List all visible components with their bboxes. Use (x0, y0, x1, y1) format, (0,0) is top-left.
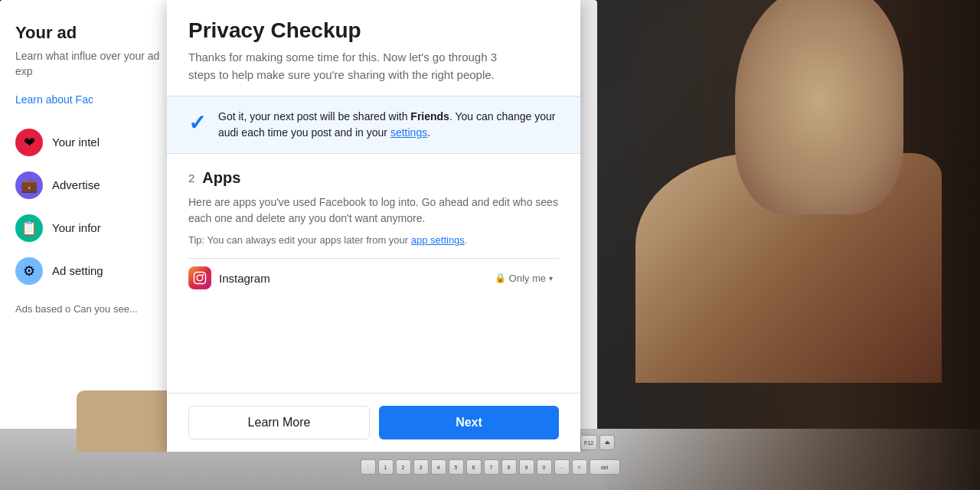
modal-title: Privacy Checkup (188, 18, 559, 43)
key-8: 8 (501, 459, 517, 475)
your-interests-label: Your intel (52, 136, 100, 149)
key-f12: F12 (580, 435, 597, 450)
privacy-checkup-modal: Privacy Checkup Thanks for making some t… (167, 0, 580, 452)
sidebar-item-advertisers[interactable]: 💼 Advertise (0, 164, 176, 207)
instagram-label: Instagram (219, 272, 270, 285)
key-6: 6 (466, 459, 482, 475)
panel-bottom-text: Ads based o Can you see... (0, 292, 176, 326)
svg-point-2 (202, 274, 204, 276)
ad-settings-icon: ⚙ (15, 257, 43, 285)
keyboard-row-2: ` 1 2 3 4 5 6 7 8 9 0 - = del (0, 453, 980, 478)
settings-link[interactable]: settings (390, 126, 427, 139)
key-9: 9 (519, 459, 534, 475)
step2-description: Here are apps you've used Facebook to lo… (188, 194, 559, 227)
step2-title: Apps (202, 169, 240, 187)
modal-subtitle: Thanks for making some time for this. No… (188, 49, 510, 83)
key-4: 4 (431, 459, 446, 475)
key-3: 3 (413, 459, 429, 475)
key-delete: del (590, 459, 620, 475)
sidebar-item-your-interests[interactable]: ❤ Your intel (0, 121, 176, 164)
step2-tip: Tip: You can always edit your apps later… (188, 234, 559, 246)
app-item-instagram: Instagram 🔒 Only me ▾ (188, 258, 559, 297)
advertisers-label: Advertise (52, 178, 100, 191)
lock-icon: 🔒 (495, 273, 506, 283)
step2-header: 2 Apps (188, 169, 559, 187)
key-minus: - (554, 459, 570, 475)
instagram-icon (188, 266, 211, 289)
your-info-icon: 📋 (15, 214, 43, 242)
key-equals: = (572, 459, 587, 475)
modal-header: Privacy Checkup Thanks for making some t… (167, 0, 580, 96)
chevron-down-icon: ▾ (549, 274, 553, 283)
advertisers-icon: 💼 (15, 172, 43, 199)
checkmark-icon: ✓ (188, 110, 206, 136)
learn-more-button[interactable]: Learn More (188, 406, 370, 439)
app-item-left: Instagram (188, 266, 270, 289)
panel-link[interactable]: Learn about Fac (0, 92, 176, 121)
facebook-left-panel: Your ad Learn what influe over your ad e… (0, 0, 176, 452)
key-2: 2 (396, 459, 411, 475)
modal-footer: Learn More Next (167, 393, 580, 452)
step2-number: 2 (188, 172, 194, 185)
app-settings-link[interactable]: app settings (411, 234, 465, 246)
your-interests-icon: ❤ (15, 129, 43, 156)
your-info-label: Your infor (52, 221, 101, 234)
key-0: 0 (537, 459, 552, 475)
key-del: ⏏ (599, 435, 615, 450)
panel-title: Your ad (0, 15, 176, 46)
panel-subtitle: Learn what influe over your ad exp (0, 46, 176, 91)
sidebar-item-your-info[interactable]: 📋 Your infor (0, 207, 176, 250)
svg-rect-0 (194, 273, 206, 284)
laptop-screen: Your ad Learn what influe over your ad e… (0, 0, 597, 452)
svg-point-1 (197, 275, 203, 281)
step1-completed: ✓ Got it, your next post will be shared … (167, 96, 580, 154)
key-7: 7 (484, 459, 499, 475)
step2-section: 2 Apps Here are apps you've used Faceboo… (167, 154, 580, 312)
next-button[interactable]: Next (379, 406, 559, 439)
privacy-label: Only me (509, 273, 546, 284)
ad-settings-label: Ad setting (52, 264, 103, 277)
step1-text: Got it, your next post will be shared wi… (218, 109, 559, 141)
key-1: 1 (378, 459, 394, 475)
privacy-dropdown[interactable]: 🔒 Only me ▾ (488, 270, 559, 287)
key-5: 5 (449, 459, 464, 475)
sidebar-item-ad-settings[interactable]: ⚙ Ad setting (0, 250, 176, 292)
key-backtick: ` (361, 459, 376, 475)
friends-bold: Friends (410, 110, 449, 122)
